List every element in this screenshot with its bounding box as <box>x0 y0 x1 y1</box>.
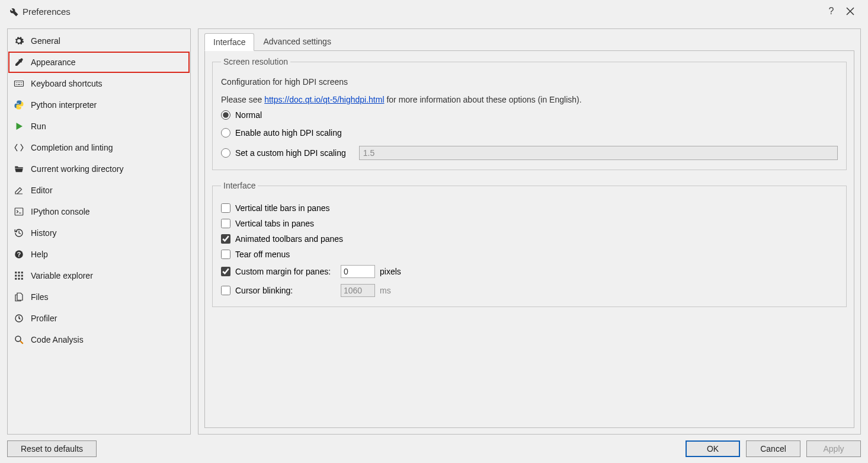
sidebar-item-label: Keyboard shortcuts <box>31 79 103 88</box>
magnify-icon <box>13 334 25 346</box>
sidebar-item-profiler[interactable]: Profiler <box>8 308 190 329</box>
sidebar-item-current-working-directory[interactable]: Current working directory <box>8 158 190 180</box>
titlebar: Preferences ? <box>0 0 868 23</box>
sidebar-item-label: Variable explorer <box>31 271 93 280</box>
sidebar-item-help[interactable]: ?Help <box>8 244 190 265</box>
completion-icon <box>13 142 25 154</box>
console-icon <box>13 206 25 218</box>
checkbox-animated-toolbars[interactable] <box>221 234 230 244</box>
radio-dpi-normal-label: Normal <box>235 110 262 120</box>
svg-point-5 <box>15 336 21 341</box>
python-icon <box>13 99 25 111</box>
radio-dpi-auto-label: Enable auto high DPI scaling <box>235 128 342 138</box>
sidebar-item-label: IPython console <box>31 207 90 216</box>
edit-icon <box>13 184 25 196</box>
help-button[interactable]: ? <box>822 3 841 20</box>
wrench-icon <box>8 6 19 17</box>
close-button[interactable] <box>841 3 860 20</box>
custom-margin-label: Custom margin for panes: <box>235 267 336 276</box>
history-icon <box>13 227 25 239</box>
clock-icon <box>13 312 25 324</box>
screen-resolution-subtitle: Configuration for high DPI screens <box>221 77 838 87</box>
highdpi-doc-link[interactable]: https://doc.qt.io/qt-5/highdpi.html <box>264 95 384 104</box>
sidebar-item-label: History <box>31 228 57 238</box>
apply-button[interactable]: Apply <box>806 440 861 457</box>
group-screen-resolution: Screen resolution Configuration for high… <box>212 57 847 170</box>
reset-to-defaults-button[interactable]: Reset to defaults <box>7 440 97 457</box>
main-panel: InterfaceAdvanced settings Screen resolu… <box>198 28 861 435</box>
sidebar-item-label: Help <box>31 250 48 259</box>
cancel-button[interactable]: Cancel <box>746 440 800 457</box>
tab-interface[interactable]: Interface <box>204 33 254 51</box>
custom-margin-spinbox[interactable] <box>341 265 375 278</box>
radio-dpi-custom-label: Set a custom high DPI scaling <box>235 148 346 158</box>
sidebar-item-label: Code Analysis <box>31 335 84 344</box>
custom-margin-unit: pixels <box>380 267 401 276</box>
tabs: InterfaceAdvanced settings <box>204 33 854 50</box>
sidebar-item-label: Python interpreter <box>31 100 97 110</box>
sidebar-item-label: Files <box>31 292 49 302</box>
sidebar-item-general[interactable]: General <box>8 30 190 52</box>
radio-dpi-normal[interactable] <box>221 110 230 120</box>
keyboard-icon <box>13 78 25 90</box>
sidebar-item-appearance[interactable]: Appearance <box>8 52 190 73</box>
sidebar-item-ipython-console[interactable]: IPython console <box>8 201 190 222</box>
grid-icon <box>13 270 25 282</box>
checkbox-tear-off-menus-label: Tear off menus <box>235 250 290 259</box>
checkbox-vertical-tabs-label: Vertical tabs in panes <box>235 219 314 228</box>
sidebar-item-label: Current working directory <box>31 164 123 174</box>
sidebar-item-files[interactable]: Files <box>8 286 190 308</box>
sidebar-item-python-interpreter[interactable]: Python interpreter <box>8 94 190 116</box>
dpi-custom-value-input[interactable] <box>359 146 838 160</box>
please-see-label: Please see <box>221 95 264 104</box>
ok-button[interactable]: OK <box>686 440 740 457</box>
window-title: Preferences <box>23 7 71 17</box>
sidebar-item-label: Profiler <box>31 314 57 323</box>
sidebar: GeneralAppearanceKeyboard shortcutsPytho… <box>7 28 191 435</box>
checkbox-animated-toolbars-label: Animated toolbars and panes <box>235 234 343 244</box>
group-interface: Interface Vertical title bars in panes V… <box>212 181 847 307</box>
sidebar-item-label: Run <box>31 122 46 131</box>
sidebar-item-label: Completion and linting <box>31 143 113 152</box>
sidebar-item-keyboard-shortcuts[interactable]: Keyboard shortcuts <box>8 73 190 94</box>
radio-dpi-auto[interactable] <box>221 128 230 138</box>
sidebar-item-history[interactable]: History <box>8 222 190 244</box>
sidebar-item-editor[interactable]: Editor <box>8 180 190 201</box>
folder-icon <box>13 163 25 175</box>
help-icon: ? <box>13 248 25 260</box>
eyedropper-icon <box>13 56 25 68</box>
group-legend: Interface <box>221 181 258 190</box>
sidebar-item-label: Editor <box>31 186 53 195</box>
tab-advanced-settings[interactable]: Advanced settings <box>254 33 339 50</box>
checkbox-vertical-title-bars[interactable] <box>221 203 230 213</box>
checkbox-cursor-blinking[interactable] <box>221 286 230 295</box>
gears-icon <box>13 35 25 47</box>
files-icon <box>13 291 25 303</box>
radio-dpi-custom[interactable] <box>221 148 230 158</box>
svg-rect-1 <box>15 208 23 215</box>
sidebar-item-label: Appearance <box>31 58 76 67</box>
sidebar-item-label: General <box>31 36 60 46</box>
group-legend: Screen resolution <box>221 57 290 66</box>
play-icon <box>13 120 25 132</box>
checkbox-vertical-tabs[interactable] <box>221 219 230 228</box>
checkbox-tear-off-menus[interactable] <box>221 250 230 259</box>
after-link-label: for more information about these options… <box>385 95 582 104</box>
checkbox-vertical-title-bars-label: Vertical title bars in panes <box>235 203 330 213</box>
sidebar-item-variable-explorer[interactable]: Variable explorer <box>8 265 190 286</box>
screen-resolution-doclink-line: Please see https://doc.qt.io/qt-5/highdp… <box>221 95 838 104</box>
svg-rect-0 <box>15 81 24 87</box>
cursor-blinking-spinbox[interactable] <box>341 284 375 297</box>
cursor-blinking-unit: ms <box>380 286 391 295</box>
cursor-blinking-label: Cursor blinking: <box>235 286 336 295</box>
sidebar-item-run[interactable]: Run <box>8 116 190 137</box>
checkbox-custom-margin[interactable] <box>221 267 230 276</box>
sidebar-item-code-analysis[interactable]: Code Analysis <box>8 329 190 350</box>
footer: Reset to defaults OK Cancel Apply <box>0 437 868 463</box>
tab-interface-content: Screen resolution Configuration for high… <box>204 50 854 428</box>
sidebar-item-completion-and-linting[interactable]: Completion and linting <box>8 137 190 158</box>
svg-text:?: ? <box>17 251 21 258</box>
